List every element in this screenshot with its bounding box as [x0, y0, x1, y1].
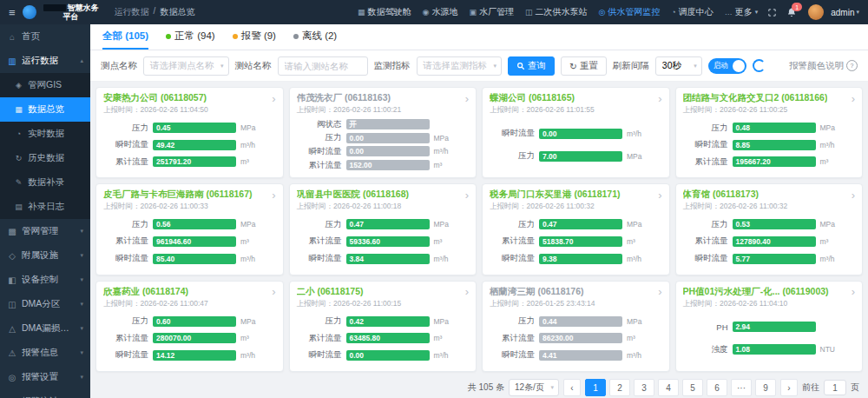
- bell-icon[interactable]: 1: [786, 7, 797, 17]
- station-card[interactable]: 巩留县中医医院 (06118168)›上报时间：2026-02-26 11:00…: [289, 183, 477, 275]
- tab-offline[interactable]: 离线 (2): [293, 24, 337, 50]
- sidebar-subitem-supplement-log[interactable]: ▤补录日志: [0, 195, 90, 219]
- top-nav-item-water-source[interactable]: ◉水源地: [423, 6, 458, 18]
- metric-unit: MPa: [240, 317, 255, 326]
- page-button-3[interactable]: 3: [634, 379, 654, 396]
- sidebar-item-run-data[interactable]: ▥运行数据▴: [0, 49, 90, 73]
- chevron-right-icon[interactable]: ›: [465, 93, 469, 104]
- fullscreen-icon[interactable]: [767, 8, 777, 17]
- chevron-right-icon[interactable]: ›: [658, 93, 661, 104]
- chevron-right-icon[interactable]: ›: [852, 93, 855, 104]
- page-button-5[interactable]: 5: [682, 379, 703, 396]
- page-size-select[interactable]: 12条/页 ▾: [509, 379, 559, 396]
- main-content: 全部 (105)正常 (94)报警 (9)离线 (2) 测点名称 请选择测点名称…: [90, 24, 868, 398]
- metric-value-bar: 0.00: [346, 350, 430, 361]
- top-nav-item-pipe-monitor[interactable]: ◎供水管网监控: [598, 6, 660, 18]
- page-button-1[interactable]: 1: [585, 379, 606, 396]
- top-nav-item-secondary-pump[interactable]: ◫二次供水泵站: [525, 6, 588, 18]
- metric-row: 累计流量59336.60m³: [297, 235, 470, 247]
- station-card[interactable]: 安康热力公司 (06118057)›上报时间：2026-02-26 11:04:…: [95, 87, 284, 178]
- top-nav-item-dispatch-center[interactable]: ◔调度中心: [671, 6, 713, 18]
- metric-unit: MPa: [820, 220, 835, 229]
- chevron-right-icon[interactable]: ›: [272, 286, 275, 297]
- alarm-icon: ⚠: [7, 348, 17, 358]
- more-icon: …: [725, 8, 733, 17]
- page-button-6[interactable]: 6: [707, 379, 727, 396]
- sidebar-item-alarm-setting[interactable]: ◎报警设置▾: [0, 365, 90, 389]
- dispatch-icon: ◔: [671, 8, 675, 17]
- tab-all[interactable]: 全部 (105): [102, 24, 148, 50]
- page-button-9[interactable]: 9: [755, 379, 776, 396]
- metric-list: 压力0.53MPa累计流量127890.40m³瞬时流量5.77m³/h: [683, 213, 856, 269]
- sidebar-subitem-data-overview[interactable]: ▦数据总览: [0, 97, 90, 122]
- tab-normal[interactable]: 正常 (94): [166, 24, 215, 50]
- chevron-right-icon[interactable]: ›: [465, 286, 469, 297]
- sidebar-item-alarm-stats[interactable]: ◉报警统计▾: [0, 389, 90, 398]
- metric-value-bar: 9.38: [539, 254, 622, 264]
- sidebar-subitem-data-supplement[interactable]: ✎数据补录: [0, 170, 90, 195]
- chevron-right-icon[interactable]: ›: [272, 189, 275, 201]
- chevron-down-icon: ▾: [80, 301, 83, 308]
- station-card[interactable]: 体育馆 (06118173)›上报时间：2026-02-26 11:00:32压…: [675, 183, 864, 275]
- point-name-select[interactable]: 请选择测点名称 ▾: [143, 56, 229, 76]
- refresh-interval-select[interactable]: 30秒 ▾: [655, 56, 702, 76]
- sidebar-item-alarm-info[interactable]: ⚠报警信息▾: [0, 341, 90, 365]
- breadcrumb-item-run-data[interactable]: 运行数据: [115, 6, 149, 18]
- metric-unit: MPa: [240, 123, 255, 132]
- sidebar-item-home[interactable]: ⌂首页: [0, 24, 90, 49]
- sidebar-item-device-control[interactable]: ◧设备控制▾: [0, 268, 90, 292]
- chevron-right-icon[interactable]: ›: [658, 189, 661, 201]
- station-card[interactable]: 团结路与文化路交叉口2 (06118166)›上报时间：2026-02-26 1…: [675, 87, 864, 178]
- sidebar-item-pipe-mgmt[interactable]: ▩管网管理▾: [0, 219, 90, 243]
- sidebar-item-facilities[interactable]: ◇附属设施▾: [0, 243, 90, 268]
- top-nav-item-data-cockpit[interactable]: ▦数据驾驶舱: [358, 6, 411, 18]
- chevron-down-icon: ▾: [80, 325, 83, 332]
- station-card[interactable]: 栖蘭湾三期 (06118176)›上报时间：2026-01-25 23:43:1…: [482, 281, 670, 372]
- user-menu[interactable]: admin ▾: [831, 8, 859, 17]
- sidebar-item-dma-zone[interactable]: ◫DMA分区▾: [0, 292, 90, 316]
- metric-row: 瞬时流量49.42m³/h: [103, 139, 276, 150]
- chevron-right-icon[interactable]: ›: [852, 189, 855, 201]
- tab-alarm[interactable]: 报警 (9): [233, 24, 276, 50]
- metric-value-bar: 5.77: [733, 254, 816, 264]
- station-name: 税务局门口东买里港 (06118171): [490, 189, 621, 201]
- top-nav-item-more[interactable]: …更多▾: [725, 6, 759, 18]
- station-name-input[interactable]: [278, 56, 368, 76]
- sidebar-subitem-history-data[interactable]: ↻历史数据: [0, 146, 90, 170]
- reset-button[interactable]: ↻ 重置: [561, 56, 607, 76]
- collapse-sidebar-icon[interactable]: ≡: [9, 7, 16, 18]
- report-time: 上报时间：2026-02-26 11:00:18: [297, 202, 470, 212]
- chevron-right-icon[interactable]: ›: [658, 286, 661, 297]
- page-ellipsis[interactable]: ···: [731, 379, 752, 396]
- station-card[interactable]: 蝶湖公司 (06118165)›上报时间：2026-02-26 11:01:55…: [482, 87, 670, 178]
- auto-refresh-toggle[interactable]: 启动: [708, 58, 746, 74]
- metric-value-bar: 51838.70: [539, 236, 622, 247]
- sidebar-item-dma-leak[interactable]: △DMA漏损分析▾: [0, 316, 90, 341]
- station-card[interactable]: 二小 (06118175)›上报时间：2026-02-26 11:00:15压力…: [289, 281, 477, 372]
- sidebar-subitem-pipe-gis[interactable]: ◈管网GIS: [0, 73, 90, 97]
- station-card[interactable]: 税务局门口东买里港 (06118171)›上报时间：2026-02-26 11:…: [482, 183, 670, 275]
- search-button[interactable]: 查询: [508, 56, 555, 76]
- metric-select[interactable]: 请选择监测指标 ▾: [417, 56, 503, 76]
- alarm-color-legend[interactable]: 报警颜色说明 ?: [789, 60, 858, 72]
- station-card[interactable]: 欣嘉药业 (06118174)›上报时间：2026-02-26 11:00:47…: [95, 281, 284, 372]
- report-time: 上报时间：2026-02-26 11:04:10: [683, 299, 856, 309]
- station-card[interactable]: 皮毛厂路与卡布巨海路南 (06118167)›上报时间：2026-02-26 1…: [95, 183, 284, 275]
- avatar[interactable]: [808, 4, 824, 20]
- sidebar-subitem-label: 历史数据: [28, 152, 64, 164]
- goto-page-input[interactable]: [824, 380, 846, 395]
- page-button-2[interactable]: 2: [609, 379, 630, 396]
- next-page-button[interactable]: ›: [780, 379, 798, 396]
- station-card[interactable]: 伟茂洗衣厂 (06118163)›上报时间：2026-02-26 11:00:2…: [289, 87, 477, 178]
- chevron-right-icon[interactable]: ›: [852, 286, 855, 297]
- metric-row: 累计流量961946.60m³: [103, 235, 276, 247]
- prev-page-button[interactable]: ‹: [563, 379, 581, 396]
- sidebar-subitem-realtime-data[interactable]: ◔实时数据: [0, 122, 90, 146]
- top-nav-item-water-plant[interactable]: ▣水厂管理: [469, 6, 514, 18]
- chevron-right-icon[interactable]: ›: [465, 189, 469, 201]
- metric-label: 瞬时流量: [490, 349, 535, 361]
- metric-list: 压力0.60MPa累计流量280070.00m³瞬时流量14.12m³/h: [103, 310, 276, 367]
- page-button-4[interactable]: 4: [658, 379, 679, 396]
- station-card[interactable]: PH值01污水处理厂-化... (06119003)›上报时间：2026-02-…: [675, 281, 864, 372]
- chevron-right-icon[interactable]: ›: [272, 93, 275, 104]
